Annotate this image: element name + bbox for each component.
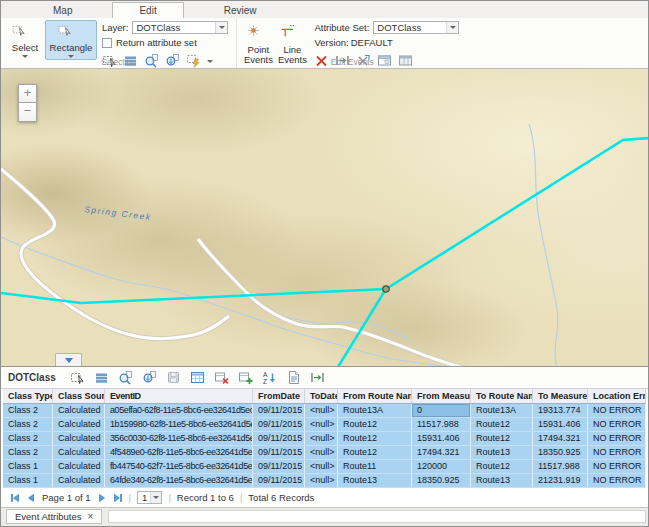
table-header-cell[interactable]: To Measure <box>533 389 588 403</box>
close-icon[interactable]: × <box>88 512 94 522</box>
chevron-down-icon[interactable] <box>215 22 227 33</box>
cell-from-route-name[interactable]: Route12 <box>338 432 412 445</box>
cell-from-date[interactable]: 09/11/2015 <box>253 474 305 487</box>
save-edits-icon[interactable] <box>166 370 181 385</box>
cell-to-route-name[interactable]: Route12 <box>471 418 533 431</box>
cell-event-id[interactable]: 356c0030-62f8-11e5-8bc6-ee32641d5ec9 <box>105 432 253 445</box>
cell-to-route-name[interactable]: Route12 <box>471 460 533 473</box>
cell-to-route-name[interactable]: Route12 <box>471 432 533 445</box>
cell-to-measure[interactable]: 19313.774 <box>533 404 588 417</box>
table-header-cell[interactable]: FromDate <box>253 389 305 403</box>
cell-location-error[interactable]: NO ERROR <box>588 446 646 459</box>
cell-from-date[interactable]: 09/11/2015 <box>253 418 305 431</box>
table-row[interactable]: Class 2 Calculated a05effa0-62f8-11e5-8b… <box>3 404 646 418</box>
cell-class-source[interactable]: Calculated <box>53 418 105 431</box>
cell-from-measure[interactable]: 15931.406 <box>412 432 471 445</box>
measure-record-icon[interactable] <box>310 370 325 385</box>
table-row[interactable]: Class 1 Calculated fb447540-62f7-11e5-8b… <box>3 460 646 474</box>
cell-to-date[interactable]: <null> <box>305 418 338 431</box>
cell-event-id[interactable]: 4f5489e0-62f8-11e5-8bc6-ee32641d5ec9 <box>105 446 253 459</box>
cell-class-type[interactable]: Class 1 <box>3 460 53 473</box>
ribbon-tab[interactable]: Review <box>198 2 283 18</box>
select-tool-button[interactable]: Select <box>5 20 45 60</box>
previous-page-button[interactable] <box>26 493 36 503</box>
chevron-down-icon[interactable] <box>446 22 458 33</box>
cell-to-date[interactable]: <null> <box>305 446 338 459</box>
cell-class-type[interactable]: Class 2 <box>3 404 53 417</box>
first-page-button[interactable] <box>10 493 20 503</box>
rectangle-tool-button[interactable]: Rectangle <box>45 20 97 60</box>
cell-from-route-name[interactable]: Route13A <box>338 404 412 417</box>
table-header-cell[interactable]: Class Source <box>53 389 105 403</box>
cell-from-measure[interactable]: 18350.925 <box>412 474 471 487</box>
cell-from-route-name[interactable]: Route13 <box>338 474 412 487</box>
panel-collapse-button[interactable] <box>55 353 82 366</box>
cell-event-id[interactable]: 1b159980-62f8-11e5-8bc6-ee32641d5ec9 <box>105 418 253 431</box>
cell-class-source[interactable]: Calculated <box>53 404 105 417</box>
cell-class-type[interactable]: Class 1 <box>3 474 53 487</box>
route-junction-marker[interactable] <box>383 286 389 292</box>
cell-from-date[interactable]: 09/11/2015 <box>253 446 305 459</box>
cell-location-error[interactable]: NO ERROR <box>588 460 646 473</box>
cell-class-type[interactable]: Class 2 <box>3 432 53 445</box>
cell-event-id[interactable]: fb447540-62f7-11e5-8bc6-ee32641d5ec9 <box>105 460 253 473</box>
table-row[interactable]: Class 2 Calculated 1b159980-62f8-11e5-8b… <box>3 418 646 432</box>
next-page-button[interactable] <box>97 493 107 503</box>
cell-to-measure[interactable]: 17494.321 <box>533 432 588 445</box>
cell-class-type[interactable]: Class 2 <box>3 418 53 431</box>
add-record-icon[interactable] <box>238 370 253 385</box>
attribute-set-combobox[interactable]: DOTClass <box>373 21 459 34</box>
cell-class-source[interactable]: Calculated <box>53 474 105 487</box>
cell-to-route-name[interactable]: Route13A <box>471 404 533 417</box>
table-header-cell[interactable]: Location Error <box>588 389 646 403</box>
ribbon-tab[interactable]: Map <box>27 2 98 18</box>
cell-to-date[interactable]: <null> <box>305 432 338 445</box>
cell-from-measure[interactable]: 17494.321 <box>412 446 471 459</box>
cell-to-route-name[interactable]: Route13 <box>471 446 533 459</box>
cell-from-route-name[interactable]: Route12 <box>338 418 412 431</box>
zoom-out-button[interactable]: − <box>18 103 37 122</box>
last-page-button[interactable] <box>113 493 123 503</box>
cell-to-measure[interactable]: 18350.925 <box>533 446 588 459</box>
cell-location-error[interactable]: NO ERROR <box>588 474 646 487</box>
page-number-combobox[interactable]: 1 <box>137 491 162 504</box>
table-row[interactable]: Class 2 Calculated 356c0030-62f8-11e5-8b… <box>3 432 646 446</box>
table-header-cell[interactable]: From Route Name <box>338 389 412 403</box>
attribute-table-icon[interactable] <box>190 370 205 385</box>
ribbon-tab[interactable]: Edit <box>112 2 183 18</box>
table-header-cell[interactable]: Class Type <box>3 389 53 403</box>
table-header-cell[interactable]: From Measure <box>412 389 471 403</box>
cell-to-measure[interactable]: 21231.919 <box>533 474 588 487</box>
cell-location-error[interactable]: NO ERROR <box>588 432 646 445</box>
layer-combobox[interactable]: DOTClass <box>132 21 228 34</box>
map-viewport[interactable]: Spring Creek + − <box>1 69 648 367</box>
table-row[interactable]: Class 1 Calculated 64fde340-62f8-11e5-8b… <box>3 474 646 488</box>
cell-to-date[interactable]: <null> <box>305 474 338 487</box>
cell-to-measure[interactable]: 11517.988 <box>533 460 588 473</box>
cell-location-error[interactable]: NO ERROR <box>588 404 646 417</box>
cell-event-id[interactable]: a05effa0-62f8-11e5-8bc6-ee32641d5ec9 <box>105 404 253 417</box>
cell-class-source[interactable]: Calculated <box>53 446 105 459</box>
cell-class-type[interactable]: Class 2 <box>3 446 53 459</box>
table-header-cell[interactable]: EventID <box>105 389 253 403</box>
cell-to-date[interactable]: <null> <box>305 460 338 473</box>
cell-from-route-name[interactable]: Route11 <box>338 460 412 473</box>
cell-from-measure[interactable]: 0 <box>412 404 471 417</box>
tab-event-attributes[interactable]: Event Attributes × <box>6 509 102 524</box>
cell-from-measure[interactable]: 120000 <box>412 460 471 473</box>
table-header-cell[interactable]: ToDate <box>305 389 338 403</box>
cell-location-error[interactable]: NO ERROR <box>588 418 646 431</box>
table-header-cell[interactable]: To Route Name <box>471 389 533 403</box>
chevron-down-icon[interactable] <box>150 492 161 503</box>
report-icon[interactable] <box>286 370 301 385</box>
cell-to-route-name[interactable]: Route13 <box>471 474 533 487</box>
zoom-in-button[interactable]: + <box>18 84 37 103</box>
zoom-to-record-icon[interactable] <box>118 370 133 385</box>
return-attribute-set-checkbox[interactable] <box>102 38 112 48</box>
cell-from-date[interactable]: 09/11/2015 <box>253 460 305 473</box>
cell-from-date[interactable]: 09/11/2015 <box>253 432 305 445</box>
cell-from-measure[interactable]: 11517.988 <box>412 418 471 431</box>
sort-records-icon[interactable] <box>262 370 277 385</box>
pan-to-record-icon[interactable] <box>142 370 157 385</box>
cell-class-source[interactable]: Calculated <box>53 460 105 473</box>
